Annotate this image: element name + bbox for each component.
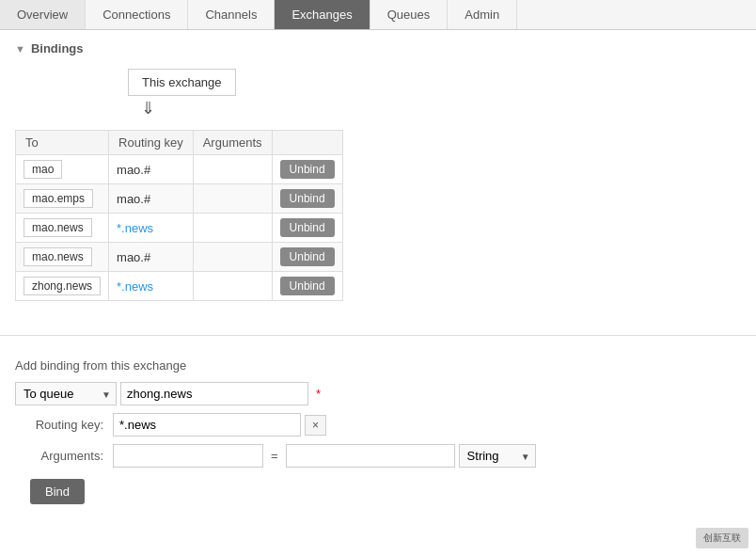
collapse-arrow-icon[interactable]: ▼ — [15, 43, 25, 55]
routing-key-cell: mao.# — [109, 184, 194, 214]
tab-connections[interactable]: Connections — [86, 0, 188, 29]
queue-tag: mao.emps — [24, 189, 93, 208]
exchange-box-label: This exchange — [142, 75, 222, 89]
exchange-box: This exchange — [128, 69, 236, 96]
bind-button[interactable]: Bind — [30, 479, 85, 504]
table-row: maomao.#Unbind — [16, 155, 343, 184]
arguments-cell — [193, 184, 272, 214]
bindings-title: Bindings — [31, 41, 84, 56]
top-navigation: Overview Connections Channels Exchanges … — [0, 0, 756, 30]
col-header-to: To — [16, 131, 109, 155]
tab-channels[interactable]: Channels — [188, 0, 275, 29]
type-select-wrapper[interactable]: String Number Boolean — [459, 444, 536, 468]
exchange-box-wrapper: This exchange ⇓ — [128, 69, 741, 119]
unbind-button[interactable]: Unbind — [280, 247, 335, 266]
col-header-action — [272, 131, 342, 155]
to-value-input[interactable] — [120, 382, 308, 405]
arguments-value-input[interactable] — [286, 444, 455, 468]
to-queue-row: To queue To exchange * — [15, 382, 741, 405]
table-row: mao.newsmao.#Unbind — [16, 243, 343, 272]
arguments-key-input[interactable] — [113, 444, 263, 468]
arguments-label: Arguments: — [15, 449, 109, 463]
watermark: 创新互联 — [696, 528, 748, 548]
table-row: mao.news*.newsUnbind — [16, 214, 343, 243]
add-binding-section: Add binding from this exchange To queue … — [0, 349, 756, 519]
unbind-button[interactable]: Unbind — [280, 189, 335, 208]
bindings-section: ▼ Bindings This exchange ⇓ To Routing ke… — [0, 30, 756, 331]
table-row: zhong.news*.newsUnbind — [16, 272, 343, 301]
arguments-cell — [193, 243, 272, 272]
action-cell: Unbind — [272, 214, 342, 243]
table-row: mao.empsmao.#Unbind — [16, 184, 343, 214]
col-header-arguments: Arguments — [193, 131, 272, 155]
down-arrow-icon: ⇓ — [141, 98, 155, 119]
routing-key-row: Routing key: × — [15, 413, 741, 437]
type-select[interactable]: String Number Boolean — [459, 444, 536, 468]
arguments-cell — [193, 214, 272, 243]
action-cell: Unbind — [272, 184, 342, 214]
routing-key-label: Routing key: — [15, 418, 109, 432]
equals-sign: = — [271, 449, 278, 463]
tab-admin[interactable]: Admin — [448, 0, 517, 29]
arguments-row: Arguments: = String Number Boolean — [15, 444, 741, 468]
routing-key-cell: mao.# — [109, 155, 194, 184]
add-binding-title: Add binding from this exchange — [15, 358, 741, 373]
arguments-cell — [193, 155, 272, 184]
routing-key-clear-button[interactable]: × — [305, 415, 326, 436]
tab-exchanges[interactable]: Exchanges — [275, 0, 370, 29]
bindings-header: ▼ Bindings — [15, 41, 741, 56]
required-star: * — [316, 387, 321, 401]
to-select-wrapper[interactable]: To queue To exchange — [15, 382, 117, 405]
unbind-button[interactable]: Unbind — [280, 277, 335, 295]
action-cell: Unbind — [272, 155, 342, 184]
queue-tag: zhong.news — [24, 277, 101, 295]
bindings-table: To Routing key Arguments maomao.#Unbindm… — [15, 130, 343, 301]
action-cell: Unbind — [272, 272, 342, 301]
unbind-button[interactable]: Unbind — [280, 218, 335, 237]
col-header-routing-key: Routing key — [109, 131, 194, 155]
queue-tag: mao.news — [24, 247, 92, 266]
unbind-button[interactable]: Unbind — [280, 160, 335, 179]
arguments-cell — [193, 272, 272, 301]
routing-key-cell: *.news — [109, 214, 194, 243]
queue-tag: mao — [24, 160, 62, 179]
routing-key-cell: mao.# — [109, 243, 194, 272]
tab-overview[interactable]: Overview — [0, 0, 86, 29]
routing-key-input[interactable] — [113, 413, 301, 437]
to-queue-select[interactable]: To queue To exchange — [15, 382, 117, 405]
queue-tag: mao.news — [24, 218, 92, 237]
action-cell: Unbind — [272, 243, 342, 272]
routing-key-cell: *.news — [109, 272, 194, 301]
tab-queues[interactable]: Queues — [370, 0, 449, 29]
